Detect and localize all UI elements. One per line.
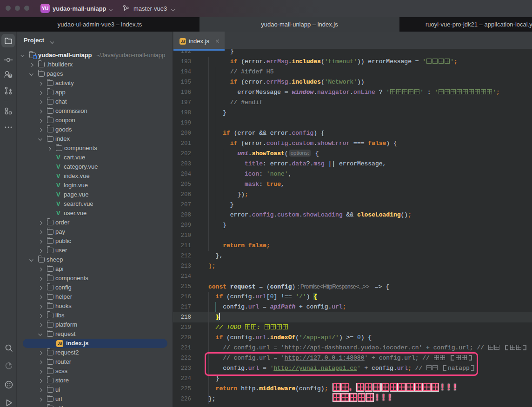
svg-text:?: ? [9,73,11,78]
